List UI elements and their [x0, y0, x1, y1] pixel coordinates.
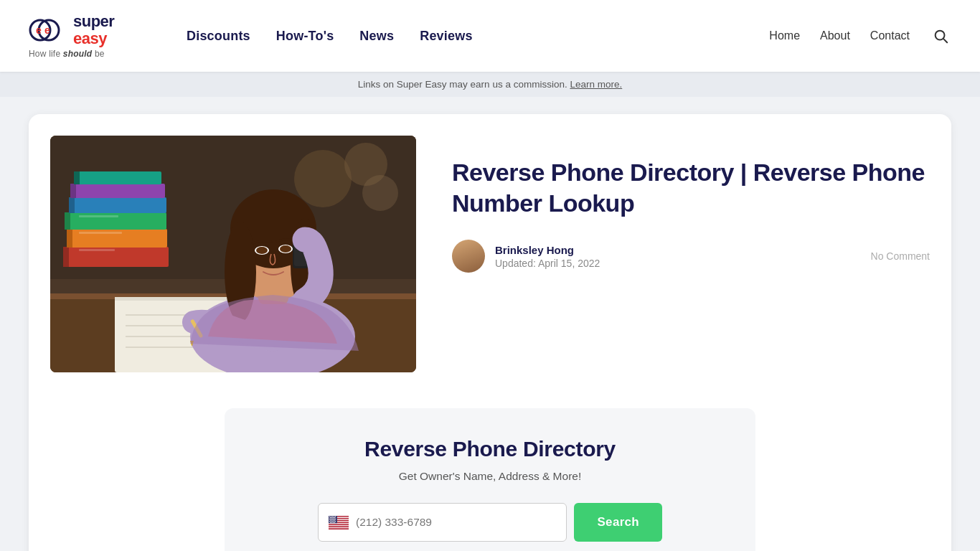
svg-rect-55 [329, 523, 349, 524]
svg-point-67 [330, 517, 331, 518]
logo-super-text: super [73, 13, 114, 30]
svg-point-66 [335, 516, 336, 517]
article-card: Reverse Phone Directory | Reverse Phone … [29, 114, 951, 551]
svg-rect-27 [79, 215, 118, 217]
logo[interactable]: e e super easy [29, 13, 114, 47]
widget-subtitle: Get Owner's Name, Address & More! [239, 470, 741, 483]
hero-section: Reverse Phone Directory | Reverse Phone … [50, 136, 930, 372]
avatar [452, 240, 485, 273]
nav-about[interactable]: About [820, 29, 850, 42]
svg-point-80 [329, 520, 330, 521]
nav-news[interactable]: News [359, 29, 394, 44]
author-date: Updated: April 15, 2022 [495, 258, 600, 269]
svg-point-85 [330, 522, 331, 522]
disclosure-text: Links on Super Easy may earn us a commis… [358, 79, 570, 90]
svg-point-83 [334, 520, 334, 521]
phone-input-wrap[interactable] [318, 503, 567, 542]
search-icon-button[interactable] [930, 25, 951, 47]
svg-point-81 [331, 520, 331, 521]
logo-area[interactable]: e e super easy How life should be [29, 13, 143, 59]
svg-rect-19 [70, 197, 166, 213]
svg-point-43 [280, 245, 291, 253]
svg-text:e: e [44, 24, 50, 36]
comment-count: No Comment [871, 250, 930, 262]
search-button[interactable]: Search [574, 503, 662, 542]
author-name: Brinksley Hong [495, 244, 600, 256]
svg-rect-24 [74, 171, 80, 184]
svg-point-86 [331, 522, 332, 522]
svg-point-65 [334, 516, 334, 517]
svg-point-79 [334, 519, 335, 520]
author-row: Brinksley Hong Updated: April 15, 2022 N… [452, 240, 930, 273]
svg-point-77 [331, 519, 332, 520]
disclosure-link[interactable]: Learn more. [570, 79, 622, 90]
phone-input[interactable] [356, 516, 556, 529]
svg-rect-17 [66, 212, 166, 230]
main-nav: Discounts How-To's News Reviews [187, 29, 769, 44]
svg-point-84 [335, 520, 336, 521]
svg-text:e: e [36, 24, 42, 36]
svg-rect-15 [68, 229, 167, 248]
logo-easy-text: easy [73, 30, 114, 47]
nav-discounts[interactable]: Discounts [187, 29, 250, 44]
svg-rect-21 [72, 184, 165, 198]
svg-rect-20 [69, 197, 75, 213]
hero-illustration [50, 136, 416, 372]
svg-point-78 [333, 519, 334, 520]
svg-rect-56 [329, 524, 349, 524]
author-info: Brinksley Hong Updated: April 15, 2022 [495, 244, 600, 269]
svg-rect-26 [79, 232, 122, 234]
avatar-image [452, 240, 485, 273]
flag-icon [329, 516, 349, 529]
svg-point-74 [334, 518, 334, 519]
svg-point-76 [330, 519, 331, 520]
svg-rect-14 [63, 247, 69, 267]
svg-rect-23 [75, 171, 161, 184]
search-widget: Search [318, 503, 662, 542]
site-header: e e super easy How life should be Discou… [0, 0, 980, 72]
nav-howtos[interactable]: How-To's [276, 29, 334, 44]
nav-contact[interactable]: Contact [870, 29, 910, 42]
svg-line-5 [943, 39, 947, 42]
hero-image [50, 136, 416, 372]
svg-point-64 [332, 516, 333, 517]
svg-rect-16 [67, 229, 72, 248]
svg-point-71 [329, 518, 330, 519]
svg-point-42 [256, 247, 268, 254]
svg-point-62 [329, 516, 330, 517]
svg-rect-22 [70, 184, 76, 198]
logo-text: super easy [73, 13, 114, 47]
logo-icon: e e [29, 14, 69, 47]
svg-point-87 [333, 522, 334, 522]
svg-rect-59 [329, 527, 349, 528]
disclosure-bar: Links on Super Easy may earn us a commis… [0, 72, 980, 97]
svg-point-88 [334, 522, 335, 522]
svg-point-68 [331, 517, 332, 518]
article-title: Reverse Phone Directory | Reverse Phone … [452, 157, 930, 218]
svg-point-70 [334, 517, 335, 518]
svg-rect-60 [329, 528, 349, 529]
right-nav: Home About Contact [769, 25, 951, 47]
svg-point-72 [331, 518, 331, 519]
svg-point-69 [333, 517, 334, 518]
svg-rect-18 [65, 212, 70, 230]
nav-home[interactable]: Home [769, 29, 800, 42]
svg-rect-25 [79, 249, 115, 251]
logo-tagline: How life should be [29, 49, 105, 59]
svg-point-73 [332, 518, 333, 519]
svg-point-75 [335, 518, 336, 519]
svg-point-82 [332, 520, 333, 521]
main-content: Reverse Phone Directory | Reverse Phone … [0, 97, 980, 551]
svg-point-63 [331, 516, 331, 517]
svg-point-8 [294, 150, 352, 207]
svg-point-10 [362, 175, 398, 211]
us-flag-icon [329, 516, 349, 529]
search-icon [933, 28, 948, 44]
svg-rect-58 [329, 526, 349, 527]
nav-reviews[interactable]: Reviews [420, 29, 472, 44]
hero-text: Reverse Phone Directory | Reverse Phone … [452, 136, 930, 280]
widget-section: Reverse Phone Directory Get Owner's Name… [225, 408, 755, 551]
svg-rect-57 [329, 525, 349, 526]
widget-title: Reverse Phone Directory [239, 437, 741, 461]
